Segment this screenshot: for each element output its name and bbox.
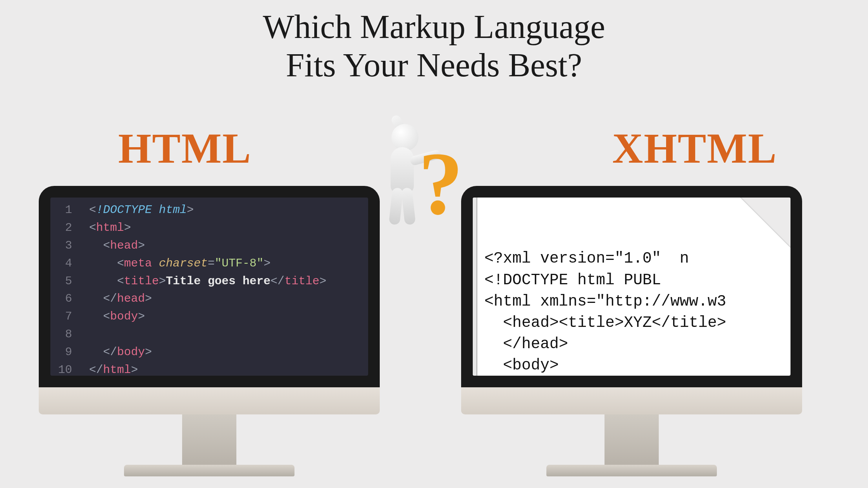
- line-number: 5: [50, 273, 72, 290]
- code-line: <body>: [484, 355, 787, 376]
- monitor-xhtml: <?xml version="1.0" n<!DOCTYPE html PUBL…: [461, 186, 802, 476]
- title-line-1: Which Markup Language: [263, 8, 605, 45]
- code-area: <!DOCTYPE html> <html> <head> <meta char…: [89, 201, 364, 376]
- monitor-bezel: <?xml version="1.0" n<!DOCTYPE html PUBL…: [461, 186, 802, 387]
- line-number: 6: [50, 290, 72, 308]
- code-line: <?xml version="1.0" n: [484, 248, 787, 269]
- question-mark-icon: ?: [418, 139, 463, 229]
- monitor-chin: [39, 387, 380, 414]
- line-number: 10: [50, 361, 72, 376]
- monitor-bezel: 1 2 3 4 5 6 7 8 9 10 <!DOCTYPE html> <ht…: [39, 186, 380, 387]
- monitor-stand-neck: [604, 414, 659, 465]
- line-number-gutter: 1 2 3 4 5 6 7 8 9 10: [50, 201, 81, 376]
- main-title: Which Markup Language Fits Your Needs Be…: [0, 0, 868, 84]
- code-editor-dark: 1 2 3 4 5 6 7 8 9 10 <!DOCTYPE html> <ht…: [50, 198, 368, 376]
- line-number: 1: [50, 201, 72, 219]
- monitor-stand-base: [124, 465, 294, 476]
- monitor-html: 1 2 3 4 5 6 7 8 9 10 <!DOCTYPE html> <ht…: [39, 186, 380, 476]
- line-number: 4: [50, 255, 72, 273]
- title-line-2: Fits Your Needs Best?: [286, 46, 582, 84]
- code-line: </head>: [484, 333, 787, 355]
- code-editor-light: <?xml version="1.0" n<!DOCTYPE html PUBL…: [473, 198, 790, 376]
- monitor-stand-neck: [182, 414, 236, 465]
- code-line: <head><title>XYZ</title>: [484, 312, 787, 333]
- code-line: <!DOCTYPE html PUBL: [484, 270, 787, 291]
- label-html: HTML: [118, 124, 251, 173]
- code-line: <html xmlns="http://www.w3: [484, 291, 787, 312]
- line-number: 7: [50, 308, 72, 326]
- monitor-chin: [461, 387, 802, 414]
- line-number: 8: [50, 326, 72, 344]
- margin-bar: [473, 198, 477, 376]
- monitor-stand-base: [546, 465, 717, 476]
- label-xhtml: XHTML: [612, 124, 777, 173]
- line-number: 3: [50, 237, 72, 255]
- line-number: 2: [50, 219, 72, 237]
- page-curl-icon: [740, 198, 790, 248]
- line-number: 9: [50, 344, 72, 361]
